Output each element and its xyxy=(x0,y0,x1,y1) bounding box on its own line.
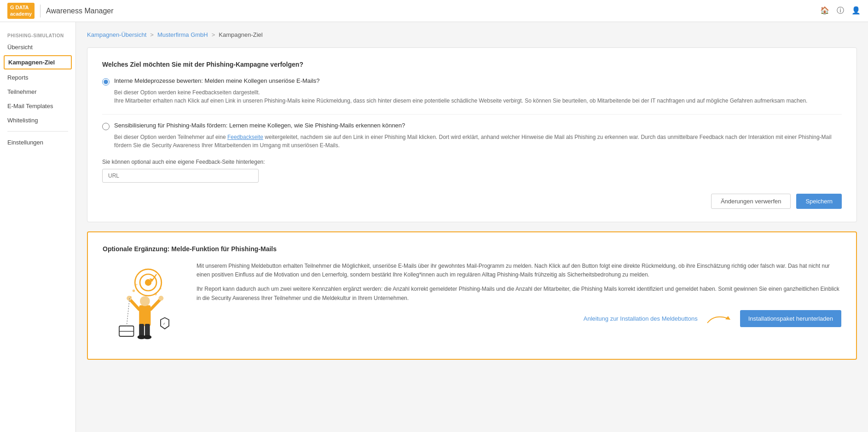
option2-group: Sensibilisierung für Phishing-Mails förd… xyxy=(102,122,842,150)
option1-radio[interactable] xyxy=(102,78,110,86)
breadcrumb-link-2[interactable]: Musterfirma GmbH xyxy=(157,31,208,38)
svg-rect-11 xyxy=(139,324,144,336)
installation-guide-link[interactable]: Anleitung zur Installation des Meldebutt… xyxy=(584,315,698,322)
arrow-icon xyxy=(705,311,733,325)
download-button[interactable]: Installationspaket herunterladen xyxy=(740,310,841,327)
app-title: Awareness Manager xyxy=(46,7,113,15)
sidebar-item-reports[interactable]: Reports xyxy=(0,70,75,85)
action-row: Änderungen verwerfen Speichern xyxy=(102,194,842,209)
optional-content: ✓ Mit unserem Phishing Meldebutton erhal… xyxy=(103,262,841,346)
sidebar-item-whitelisting[interactable]: Whitelisting xyxy=(0,113,75,127)
url-input[interactable] xyxy=(102,169,259,183)
optional-card: Optionale Ergänzung: Melde-Funktion für … xyxy=(87,231,857,360)
sidebar-item-teilnehmer[interactable]: Teilnehmer xyxy=(0,85,75,99)
save-button[interactable]: Speichern xyxy=(796,194,842,209)
sidebar-item-email-templates[interactable]: E-Mail Templates xyxy=(0,99,75,113)
breadcrumb-current: Kampagnen-Ziel xyxy=(219,31,262,38)
card-title: Welches Ziel möchten Sie mit der Phishin… xyxy=(102,61,842,68)
option2-radio[interactable] xyxy=(102,123,110,130)
svg-point-20 xyxy=(136,284,138,286)
breadcrumb-sep-2: > xyxy=(212,31,215,38)
url-section-label: Sie können optional auch eine eigene Fee… xyxy=(102,159,842,165)
sidebar-divider xyxy=(7,131,68,132)
svg-line-17 xyxy=(127,298,129,326)
discard-button[interactable]: Änderungen verwerfen xyxy=(711,194,791,209)
url-section: Sie können optional auch eine eigene Fee… xyxy=(102,159,842,183)
svg-rect-5 xyxy=(139,305,150,326)
svg-point-22 xyxy=(160,288,162,290)
svg-line-8 xyxy=(150,299,161,310)
sidebar-item-kampagnen-ziel[interactable]: Kampagnen-Ziel xyxy=(4,55,72,69)
breadcrumb: Kampagnen-Übersicht > Musterfirma GmbH >… xyxy=(87,31,857,38)
home-icon[interactable]: 🏠 xyxy=(820,6,829,16)
topbar-actions: 🏠 ⓘ 👤 xyxy=(820,6,861,16)
option1-group: Interne Meldeprozesse bewerten: Melden m… xyxy=(102,77,842,105)
svg-point-21 xyxy=(130,296,132,298)
optional-actions: Anleitung zur Installation des Meldebutt… xyxy=(197,310,841,327)
topbar-divider xyxy=(40,5,41,17)
svg-text:✓: ✓ xyxy=(163,322,166,326)
main-content: Kampagnen-Übersicht > Musterfirma GmbH >… xyxy=(76,22,868,432)
optional-card-title: Optionale Ergänzung: Melde-Funktion für … xyxy=(103,245,841,253)
main-card: Welches Ziel möchten Sie mit der Phishin… xyxy=(87,47,857,222)
layout: PHISHING-SIMULATION Übersicht Kampagnen-… xyxy=(0,22,868,432)
feedbackseite-link[interactable]: Feedbackseite xyxy=(227,134,263,140)
option1-label[interactable]: Interne Meldeprozesse bewerten: Melden m… xyxy=(102,77,842,86)
sidebar-item-uebersicht[interactable]: Übersicht xyxy=(0,40,75,54)
option2-desc: Bei dieser Option werden Teilnehmer auf … xyxy=(114,133,842,150)
svg-point-6 xyxy=(140,296,150,306)
option2-label[interactable]: Sensibilisierung für Phishing-Mails förd… xyxy=(102,122,842,130)
option2-title: Sensibilisierung für Phishing-Mails förd… xyxy=(114,122,405,129)
topbar: G DATA academy Awareness Manager 🏠 ⓘ 👤 xyxy=(0,0,868,22)
breadcrumb-sep-1: > xyxy=(150,31,154,38)
svg-point-19 xyxy=(133,289,135,292)
optional-text: Mit unserem Phishing Meldebutton erhalte… xyxy=(197,262,841,327)
phishing-illustration: ✓ xyxy=(103,262,185,345)
svg-point-23 xyxy=(155,293,157,295)
svg-point-14 xyxy=(143,335,151,339)
breadcrumb-link-1[interactable]: Kampagnen-Übersicht xyxy=(87,31,146,38)
option-divider xyxy=(102,114,842,115)
optional-text-2: Ihr Report kann dadurch auch um zwei wei… xyxy=(197,285,841,302)
optional-text-1: Mit unserem Phishing Meldebutton erhalte… xyxy=(197,262,841,279)
svg-rect-12 xyxy=(145,324,150,336)
sidebar-section-label: PHISHING-SIMULATION xyxy=(0,29,75,40)
option1-desc: Bei dieser Option werden keine Feedbacks… xyxy=(114,88,842,105)
logo: G DATA academy xyxy=(7,3,35,18)
sidebar: PHISHING-SIMULATION Übersicht Kampagnen-… xyxy=(0,22,76,432)
svg-line-7 xyxy=(130,299,139,310)
logo-badge: G DATA academy xyxy=(7,3,35,18)
svg-point-2 xyxy=(145,279,151,286)
user-icon[interactable]: 👤 xyxy=(851,6,861,16)
help-icon[interactable]: ⓘ xyxy=(837,6,844,16)
svg-point-10 xyxy=(159,296,164,301)
sidebar-item-einstellungen[interactable]: Einstellungen xyxy=(0,135,75,150)
option1-title: Interne Meldeprozesse bewerten: Melden m… xyxy=(114,77,320,84)
illustration: ✓ xyxy=(103,262,185,346)
